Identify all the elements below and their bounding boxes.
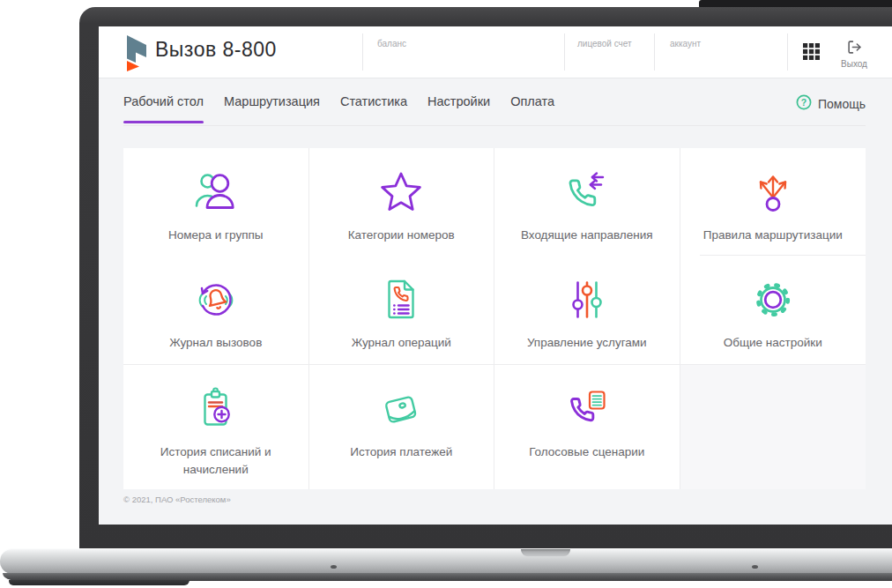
tile-label: Управление услугами: [527, 334, 647, 352]
tile-label: Номера и группы: [168, 227, 263, 244]
personal-account-label: лицевой счет: [577, 39, 632, 48]
tile-call-log[interactable]: Журнал вызовов: [123, 256, 309, 364]
tab-desktop[interactable]: Рабочий стол: [123, 94, 204, 122]
tile-label: Общие настройки: [724, 334, 822, 352]
laptop-base: [0, 548, 892, 574]
svg-text:?: ?: [801, 97, 807, 108]
page-title: Вызов 8-800: [155, 38, 277, 62]
help-question-icon: ?: [796, 94, 812, 113]
tab-routing[interactable]: Маршрутизация: [224, 94, 320, 122]
tab-strip: Рабочий стол Маршрутизация Статистика На…: [123, 94, 554, 122]
apps-grid-icon: [803, 48, 820, 63]
tab-statistics[interactable]: Статистика: [340, 94, 407, 122]
app-window: Вызов 8-800 баланс лицевой счет аккаунт: [99, 26, 892, 525]
help-label: Помощь: [818, 97, 866, 111]
tile-label: Входящие направления: [521, 227, 653, 244]
header-divider: [787, 33, 788, 71]
tile-operations-log[interactable]: Журнал операций: [309, 256, 495, 364]
clipboard-plus-icon: [191, 384, 241, 434]
laptop-foot-dot: [331, 565, 337, 569]
incoming-phone-icon: [562, 167, 612, 217]
tab-payment[interactable]: Оплата: [510, 94, 554, 122]
copyright-text: © 2021, ПАО «Ростелеком»: [123, 495, 892, 504]
voice-script-phone-icon: [562, 384, 612, 434]
logout-icon: [847, 42, 862, 57]
apps-grid-button[interactable]: [803, 43, 821, 61]
tile-incoming-directions[interactable]: Входящие направления: [494, 148, 680, 256]
empty-grid-cell: [680, 364, 866, 489]
logout-label: Выход: [837, 59, 871, 69]
dashboard-grid: Номера и группы Категории номеров: [123, 148, 866, 489]
header-divider: [654, 33, 655, 71]
tile-service-management[interactable]: Управление услугами: [494, 256, 680, 364]
laptop-foot-dot: [752, 565, 758, 569]
sliders-icon: [562, 275, 612, 324]
tile-label: Правила маршрутизации: [703, 227, 843, 244]
tab-settings[interactable]: Настройки: [427, 94, 490, 122]
operations-document-icon: [376, 275, 426, 324]
main-navigation: Рабочий стол Маршрутизация Статистика На…: [123, 78, 866, 126]
tile-label: Голосовые сценарии: [529, 443, 644, 461]
header-divider: [362, 33, 363, 71]
laptop-base-lip: [9, 580, 190, 585]
account-label: аккаунт: [670, 39, 701, 48]
logout-button[interactable]: Выход: [837, 40, 871, 69]
routing-arrows-icon: [748, 167, 798, 217]
tile-label: Журнал вызовов: [169, 334, 262, 352]
tile-routing-rules[interactable]: Правила маршрутизации: [680, 148, 866, 256]
tile-label: История списаний и начислений: [138, 443, 294, 478]
header-divider: [564, 33, 565, 71]
balance-label: баланс: [377, 39, 406, 48]
app-header: Вызов 8-800 баланс лицевой счет аккаунт: [99, 26, 892, 78]
tile-voice-scenarios[interactable]: Голосовые сценарии: [494, 364, 680, 489]
tile-label: Категории номеров: [348, 227, 455, 244]
laptop-lid-notch: [521, 549, 570, 556]
tile-payment-history[interactable]: История платежей: [309, 364, 495, 489]
users-icon: [191, 167, 241, 217]
tile-number-categories[interactable]: Категории номеров: [309, 148, 495, 256]
call-history-bell-icon: [191, 275, 241, 324]
tile-general-settings[interactable]: Общие настройки: [680, 256, 866, 364]
tile-label: Журнал операций: [352, 334, 451, 352]
laptop-mockup: Вызов 8-800 баланс лицевой счет аккаунт: [0, 0, 892, 588]
help-button[interactable]: ? Помощь: [796, 94, 866, 125]
tile-label: История платежей: [350, 443, 452, 461]
tile-charges-history[interactable]: История списаний и начислений: [123, 364, 309, 489]
wallet-icon: [376, 384, 426, 434]
tile-numbers-and-groups[interactable]: Номера и группы: [123, 148, 309, 256]
star-icon: [376, 167, 426, 217]
gear-icon: [748, 275, 798, 324]
rostelecom-logo-icon: [122, 33, 152, 76]
